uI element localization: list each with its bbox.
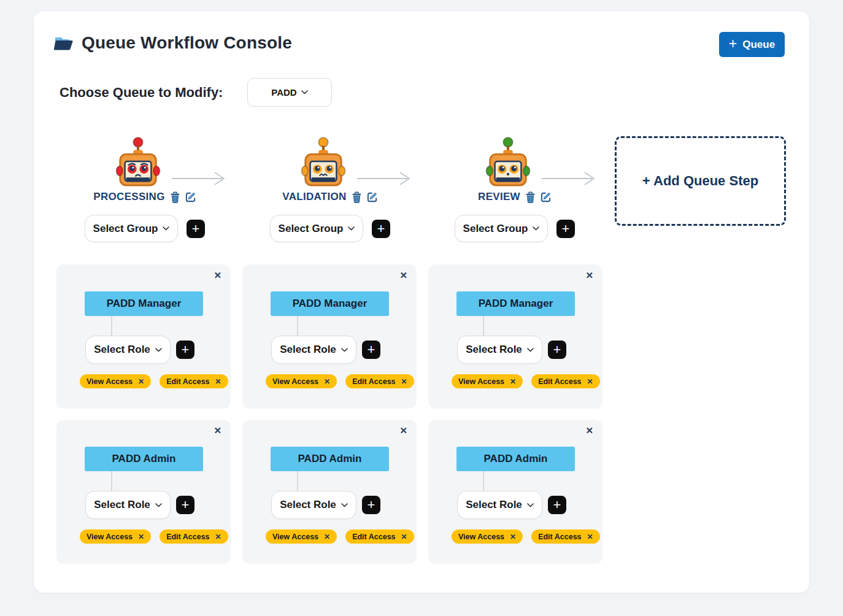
- close-card-button[interactable]: ✕: [585, 270, 593, 281]
- remove-role-button[interactable]: ✕: [138, 533, 144, 541]
- flow-arrow: [172, 171, 227, 186]
- select-group-dropdown[interactable]: Select Group: [85, 215, 178, 242]
- remove-role-button[interactable]: ✕: [324, 377, 330, 386]
- edit-icon: [185, 191, 196, 202]
- role-badge: Edit Access ✕: [531, 529, 599, 544]
- chevron-down-icon: [527, 503, 534, 507]
- queue-select-dropdown[interactable]: PADD: [247, 78, 332, 107]
- trash-icon: [170, 191, 180, 203]
- delete-step-button[interactable]: [352, 191, 362, 203]
- remove-role-button[interactable]: ✕: [510, 377, 516, 386]
- workflow-step-review: REVIEW Select Group: [454, 136, 575, 242]
- choose-queue-label: Choose Queue to Modify:: [60, 78, 223, 107]
- select-role-dropdown[interactable]: Select Role: [271, 336, 356, 364]
- robot-icon: [301, 136, 346, 188]
- flow-arrow: [542, 171, 597, 186]
- add-role-button[interactable]: +: [548, 341, 566, 359]
- add-queue-button-label: Queue: [742, 39, 775, 51]
- remove-role-button[interactable]: ✕: [215, 533, 221, 541]
- close-card-button[interactable]: ✕: [585, 425, 593, 436]
- remove-role-button[interactable]: ✕: [324, 533, 330, 541]
- edit-step-button[interactable]: [367, 191, 378, 202]
- group-card: ✕ PADD Manager Select Role + View Access…: [428, 264, 602, 409]
- add-group-button[interactable]: +: [187, 220, 205, 238]
- role-badge: View Access ✕: [452, 374, 523, 388]
- close-card-button[interactable]: ✕: [399, 425, 407, 436]
- edit-icon: [541, 191, 552, 202]
- chevron-down-icon: [348, 226, 355, 231]
- workflow-step-processing: PROCESSING Select Group: [84, 136, 206, 242]
- step-name: REVIEW: [478, 191, 520, 203]
- group-card: ✕ PADD Manager Select Role + View Access…: [56, 264, 231, 409]
- connector-line: [111, 316, 112, 336]
- select-role-label: Select Role: [280, 344, 336, 356]
- edit-step-button[interactable]: [185, 191, 196, 202]
- remove-role-button[interactable]: ✕: [138, 377, 144, 386]
- robot-icon: [485, 136, 531, 188]
- group-title: PADD Manager: [85, 291, 203, 316]
- delete-step-button[interactable]: [525, 191, 536, 203]
- add-role-button[interactable]: +: [548, 496, 566, 514]
- group-title: PADD Admin: [271, 447, 389, 471]
- header: Queue Workflow Console: [54, 33, 292, 53]
- role-badge-label: Edit Access: [166, 533, 209, 541]
- remove-role-button[interactable]: ✕: [587, 533, 593, 541]
- add-role-button[interactable]: +: [176, 341, 194, 359]
- edit-icon: [367, 191, 378, 202]
- role-badge-label: View Access: [272, 377, 318, 386]
- select-group-dropdown[interactable]: Select Group: [270, 215, 363, 242]
- select-role-label: Select Role: [280, 499, 336, 511]
- add-role-button[interactable]: +: [362, 341, 380, 359]
- select-role-dropdown[interactable]: Select Role: [457, 491, 542, 519]
- flow-arrow: [357, 171, 412, 186]
- add-queue-step-button[interactable]: + Add Queue Step: [615, 136, 786, 226]
- role-badge: Edit Access ✕: [531, 374, 599, 388]
- select-group-dropdown[interactable]: Select Group: [455, 215, 548, 242]
- select-role-label: Select Role: [94, 499, 150, 511]
- add-group-button[interactable]: +: [372, 220, 390, 238]
- step-name: PROCESSING: [93, 191, 164, 203]
- connector-line: [297, 316, 298, 336]
- select-role-label: Select Role: [466, 499, 522, 511]
- chevron-down-icon: [301, 90, 308, 94]
- add-group-button[interactable]: +: [556, 220, 575, 238]
- chevron-down-icon: [155, 348, 162, 352]
- open-folder-icon: [54, 35, 73, 51]
- select-role-dropdown[interactable]: Select Role: [271, 491, 356, 519]
- role-badge-label: View Access: [87, 377, 133, 386]
- remove-role-button[interactable]: ✕: [215, 377, 221, 386]
- trash-icon: [525, 191, 536, 203]
- remove-role-button[interactable]: ✕: [401, 533, 407, 541]
- select-role-dropdown[interactable]: Select Role: [457, 336, 542, 364]
- role-badge-label: View Access: [458, 533, 504, 541]
- remove-role-button[interactable]: ✕: [587, 377, 593, 386]
- page-title: Queue Workflow Console: [82, 33, 292, 53]
- select-group-label: Select Group: [279, 223, 344, 235]
- group-card: ✕ PADD Admin Select Role + View Access ✕…: [428, 420, 602, 564]
- step-name: VALIDATION: [282, 191, 346, 203]
- delete-step-button[interactable]: [170, 191, 180, 203]
- group-title: PADD Admin: [456, 447, 575, 471]
- role-badge-label: Edit Access: [538, 377, 581, 386]
- remove-role-button[interactable]: ✕: [510, 533, 516, 541]
- close-card-button[interactable]: ✕: [399, 270, 407, 281]
- role-badge: Edit Access ✕: [345, 529, 414, 544]
- remove-role-button[interactable]: ✕: [401, 377, 407, 386]
- select-role-label: Select Role: [94, 344, 150, 356]
- close-card-button[interactable]: ✕: [214, 425, 221, 436]
- role-badge-label: Edit Access: [352, 533, 395, 541]
- select-role-dropdown[interactable]: Select Role: [85, 336, 171, 364]
- plus-icon: +: [729, 37, 737, 51]
- add-role-button[interactable]: +: [176, 496, 194, 514]
- select-role-dropdown[interactable]: Select Role: [85, 491, 171, 519]
- role-badge-label: Edit Access: [538, 533, 581, 541]
- role-badge-label: Edit Access: [352, 377, 395, 386]
- role-badge-label: View Access: [458, 377, 504, 386]
- role-badge-label: View Access: [272, 533, 318, 541]
- group-card: ✕ PADD Admin Select Role + View Access ✕…: [242, 420, 417, 564]
- close-card-button[interactable]: ✕: [214, 270, 221, 281]
- add-role-button[interactable]: +: [362, 496, 380, 514]
- edit-step-button[interactable]: [541, 191, 552, 202]
- role-badge: View Access ✕: [452, 529, 523, 544]
- add-queue-button[interactable]: + Queue: [719, 32, 785, 57]
